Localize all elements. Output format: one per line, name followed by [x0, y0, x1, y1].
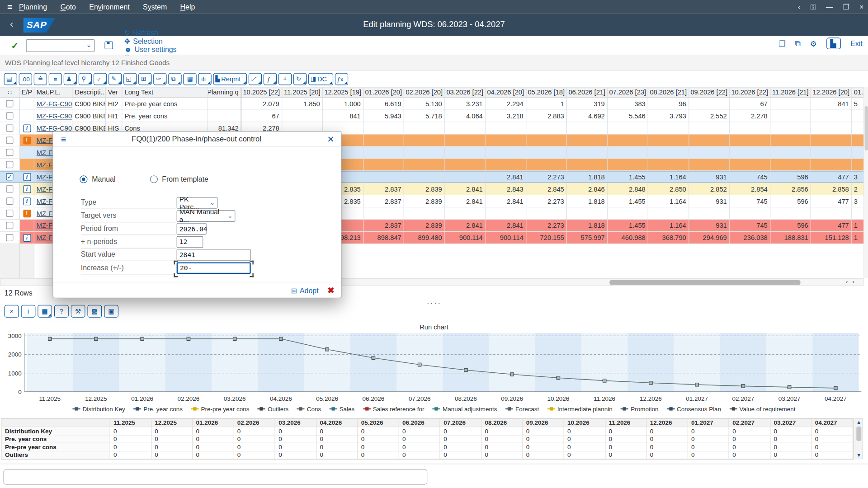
value-cell[interactable]: 1.818 — [567, 195, 608, 207]
value-cell[interactable]: 1.455 — [608, 195, 648, 207]
scroll-up-icon[interactable]: ▲ — [855, 419, 863, 425]
value-cell[interactable] — [811, 159, 852, 171]
selection-button[interactable]: ✥Selection — [124, 37, 177, 45]
value-cell[interactable]: 477 — [811, 195, 852, 207]
refresh-filter-button[interactable]: ↻ — [293, 73, 307, 85]
value-cell[interactable]: 2.843 — [486, 183, 526, 195]
value-cell[interactable]: 931 — [689, 172, 730, 183]
value-cell[interactable]: 96 — [648, 98, 689, 110]
value-cell[interactable]: 6.619 — [363, 98, 404, 110]
refresh-button[interactable]: ↻Refresh — [124, 29, 177, 37]
hscroll-thumb[interactable] — [609, 280, 800, 285]
value-cell[interactable]: 720.155 — [526, 232, 567, 244]
n-periods-input[interactable]: 12 — [177, 236, 203, 248]
value-cell[interactable]: 1.164 — [648, 172, 689, 183]
fx-button[interactable]: ƒx — [335, 73, 348, 85]
info-button[interactable]: i — [21, 305, 36, 318]
value-cell[interactable] — [648, 135, 689, 147]
back-chevron-icon[interactable]: ‹ — [798, 3, 800, 11]
radio-manual[interactable]: Manual — [80, 175, 115, 183]
value-cell-partial[interactable]: 1 — [852, 220, 864, 232]
value-cell[interactable]: 2.841 — [445, 220, 486, 232]
disaggregation-button[interactable]: ⊞ — [138, 73, 151, 85]
dialog-menu-icon[interactable]: ≡ — [61, 134, 66, 144]
row-checkbox-checked[interactable]: ✓ — [6, 173, 13, 180]
value-cell[interactable] — [648, 146, 689, 159]
row-checkbox[interactable] — [6, 125, 13, 132]
value-cell[interactable] — [363, 146, 404, 159]
value-cell[interactable]: 1.818 — [567, 172, 608, 183]
value-cell-partial[interactable]: 3 — [852, 172, 864, 183]
value-cell[interactable] — [730, 159, 770, 171]
value-cell[interactable] — [445, 146, 486, 159]
value-cell[interactable]: 67 — [730, 98, 770, 110]
bar-chart-button[interactable]: ılı — [198, 73, 211, 85]
value-cell[interactable]: 2.273 — [526, 195, 567, 207]
value-cell[interactable]: 2.839 — [404, 195, 445, 207]
period-from-input[interactable]: 2026.04 — [177, 223, 207, 235]
value-cell[interactable]: 5.546 — [608, 110, 648, 122]
value-cell[interactable] — [445, 122, 486, 135]
scroll-down-icon[interactable]: ▼ — [855, 453, 863, 458]
value-cell[interactable] — [811, 146, 852, 159]
value-cell[interactable]: 2.837 — [363, 183, 404, 195]
value-cell[interactable]: 460.988 — [608, 232, 648, 244]
command-combobox[interactable]: ⌄ — [26, 39, 95, 52]
value-cell[interactable] — [486, 146, 526, 159]
value-cell[interactable] — [526, 135, 567, 147]
value-cell-partial[interactable] — [852, 146, 864, 159]
value-cell[interactable]: 2.294 — [486, 98, 526, 110]
menu-help[interactable]: Help — [180, 3, 195, 11]
value-cell[interactable]: 294.969 — [689, 232, 730, 244]
page-left-icon[interactable]: ‹ — [846, 278, 848, 285]
value-cell[interactable] — [730, 122, 770, 135]
value-cell[interactable] — [811, 122, 852, 135]
target-vers-select[interactable]: MAN Manual a...⌄ — [177, 210, 236, 222]
planningq-cell[interactable] — [208, 98, 241, 110]
value-cell[interactable]: 2.079 — [241, 98, 282, 110]
table-settings-button[interactable]: ▦ — [38, 305, 52, 318]
value-cell[interactable] — [567, 135, 608, 147]
value-cell[interactable]: 3.231 — [445, 98, 486, 110]
info-icon[interactable]: i — [23, 173, 31, 181]
save-icon[interactable] — [105, 42, 113, 49]
new-session-icon[interactable]: ❐ — [778, 39, 785, 48]
value-cell[interactable] — [404, 207, 445, 220]
attachments-button[interactable]: ⚲ — [79, 73, 92, 85]
row-checkbox[interactable] — [6, 222, 13, 229]
value-cell[interactable] — [689, 122, 730, 135]
value-cell[interactable] — [486, 135, 526, 147]
value-cell[interactable]: 319 — [567, 98, 608, 110]
value-cell[interactable]: 931 — [689, 220, 730, 232]
value-cell[interactable]: 2.856 — [770, 183, 811, 195]
value-cell[interactable]: 3.218 — [486, 110, 526, 122]
value-cell[interactable]: 2.841 — [486, 195, 526, 207]
row-checkbox[interactable] — [6, 210, 13, 217]
value-cell[interactable]: 841 — [811, 98, 852, 110]
bscroll-thumb[interactable] — [856, 427, 861, 441]
hierarchy-button[interactable]: ♟ — [64, 73, 77, 85]
select-all-icon[interactable]: ∷ — [8, 89, 12, 96]
hamburger-icon[interactable]: ≡ — [7, 2, 12, 12]
row-checkbox[interactable] — [6, 234, 13, 241]
value-cell[interactable]: 383 — [608, 98, 648, 110]
value-cell[interactable]: 1.850 — [282, 98, 323, 110]
value-cell[interactable]: 1.164 — [648, 220, 689, 232]
value-cell[interactable] — [648, 159, 689, 171]
value-cell[interactable]: 745 — [730, 220, 770, 232]
info-icon[interactable]: i — [23, 124, 31, 132]
value-cell[interactable] — [648, 207, 689, 220]
value-cell[interactable] — [404, 146, 445, 159]
formula-grid-button[interactable]: ƒ — [264, 73, 277, 85]
value-cell[interactable]: 67 — [241, 110, 282, 122]
value-cell[interactable]: 900.114 — [445, 232, 486, 244]
row-checkbox[interactable] — [6, 197, 13, 205]
ok-icon[interactable]: ✓ — [11, 40, 18, 51]
session-key-icon[interactable]: ⚿ — [810, 3, 816, 12]
value-cell[interactable] — [689, 159, 730, 171]
page-right-icon[interactable]: › — [852, 278, 854, 285]
value-cell[interactable]: 2.841 — [445, 183, 486, 195]
value-cell[interactable]: 1.000 — [323, 98, 363, 110]
value-cell[interactable] — [486, 159, 526, 171]
planningq-cell[interactable] — [208, 110, 241, 122]
